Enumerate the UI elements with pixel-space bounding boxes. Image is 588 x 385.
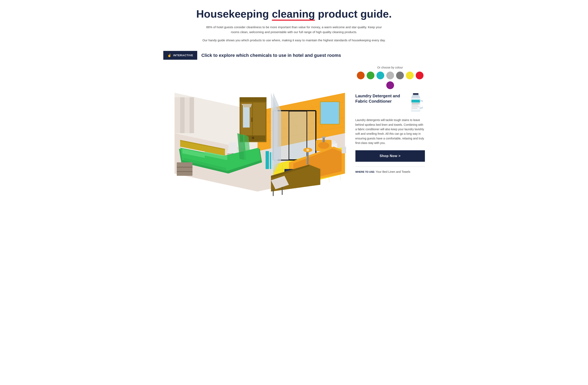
svg-rect-95	[412, 105, 418, 106]
room-illustration[interactable]	[163, 66, 347, 197]
svg-rect-93	[411, 100, 420, 103]
page-wrapper: Housekeeping cleaning product guide. 88%…	[147, 0, 441, 209]
svg-rect-58	[174, 97, 180, 133]
colour-dot-red[interactable]	[416, 72, 423, 79]
svg-rect-41	[266, 151, 269, 169]
svg-marker-40	[289, 111, 307, 160]
svg-rect-73	[177, 167, 192, 168]
header-section: Housekeeping cleaning product guide. 88%…	[163, 8, 425, 43]
svg-rect-29	[252, 118, 252, 122]
colour-dots	[356, 72, 425, 89]
colour-dot-teal[interactable]	[377, 72, 384, 79]
where-to-use: WHERE TO USE: Your Bed Linen and Towels	[356, 167, 425, 173]
main-content: Or choose by colour Laundry Detergent an…	[163, 66, 425, 197]
product-header: Laundry Detergent and Fabric Conditioner	[356, 93, 425, 114]
interactive-description: Click to explore which chemicals to use …	[201, 53, 341, 58]
svg-rect-51	[322, 138, 325, 142]
interactive-bar: ☝ INTERACTIVE Click to explore which che…	[163, 51, 425, 60]
title-part1: Housekeeping	[196, 8, 272, 20]
svg-rect-60	[185, 97, 189, 133]
colour-dot-grey[interactable]	[386, 72, 394, 79]
product-title: Laundry Detergent and Fabric Conditioner	[356, 93, 405, 104]
colour-dot-dark-grey[interactable]	[396, 72, 404, 79]
product-image-container	[409, 93, 425, 114]
shop-now-button[interactable]: Shop Now >	[356, 150, 425, 162]
svg-rect-85	[307, 151, 309, 165]
interactive-badge-label: INTERACTIVE	[173, 54, 193, 57]
product-description: Laundry detergents will tackle tough sta…	[356, 118, 425, 145]
where-to-use-value: Your Bed Linen and Towels	[376, 170, 410, 173]
svg-rect-43	[320, 102, 339, 124]
colour-dot-orange[interactable]	[357, 72, 365, 79]
svg-marker-57	[273, 93, 281, 173]
svg-rect-94	[412, 103, 420, 104]
svg-rect-28	[253, 103, 265, 139]
svg-rect-30	[243, 105, 250, 128]
svg-rect-52	[321, 137, 326, 138]
main-title: Housekeeping cleaning product guide.	[163, 8, 425, 20]
svg-rect-61	[189, 97, 194, 133]
product-bottle-svg	[409, 93, 423, 114]
colour-dot-purple[interactable]	[386, 81, 394, 89]
title-highlight: cleaning	[272, 8, 315, 20]
guide-text: Our handy guide shows you which products…	[202, 38, 386, 43]
subtitle-text: 88% of hotel guests consider cleanliness…	[202, 25, 386, 35]
colour-chooser: Or choose by colour	[356, 66, 425, 89]
svg-rect-91	[413, 93, 418, 95]
svg-rect-59	[180, 97, 185, 133]
interactive-badge[interactable]: ☝ INTERACTIVE	[163, 51, 197, 60]
cursor-icon: ☝	[168, 53, 172, 57]
svg-rect-55	[341, 147, 346, 153]
svg-marker-32	[243, 104, 252, 107]
product-card: Laundry Detergent and Fabric Conditioner	[356, 93, 425, 173]
svg-rect-72	[177, 162, 192, 176]
svg-rect-96	[412, 106, 419, 107]
right-panel: Or choose by colour Laundry Detergent an…	[356, 66, 425, 173]
colour-chooser-label: Or choose by colour	[356, 66, 425, 69]
colour-dot-green[interactable]	[367, 72, 375, 79]
title-part2: product guide.	[315, 8, 392, 20]
svg-rect-97	[412, 108, 417, 109]
svg-point-50	[318, 142, 329, 149]
svg-point-87	[306, 149, 309, 151]
where-label: WHERE TO USE:	[356, 171, 375, 173]
svg-rect-74	[177, 171, 192, 172]
svg-rect-34	[252, 137, 254, 139]
svg-rect-26	[240, 97, 267, 102]
colour-dot-yellow[interactable]	[406, 72, 414, 79]
